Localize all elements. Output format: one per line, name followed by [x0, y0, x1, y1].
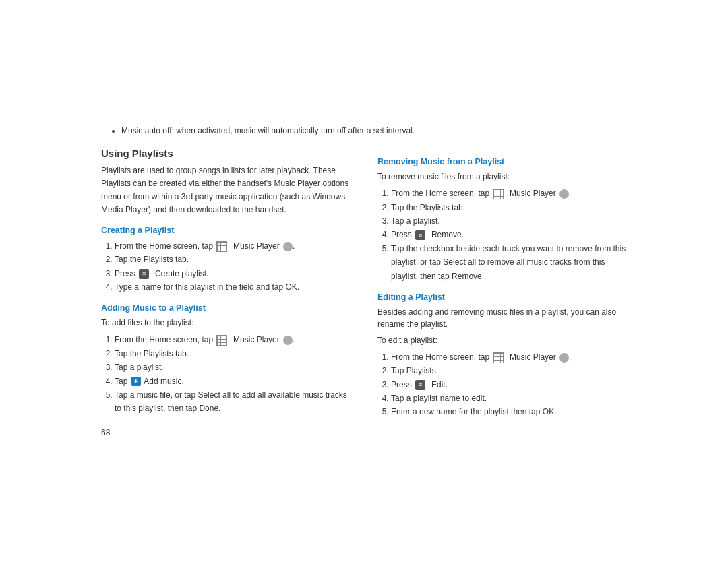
adding-music-title: Adding Music to a Playlist — [101, 303, 351, 313]
menu-button-create: ≡ — [139, 269, 149, 279]
removing-music-steps: From the Home screen, tap Music Player .… — [377, 187, 627, 283]
adding-music-steps: From the Home screen, tap Music Player .… — [101, 333, 351, 415]
creating-playlist-steps: From the Home screen, tap Music Player .… — [101, 239, 351, 294]
editing-playlist-desc2: To edit a playlist: — [377, 334, 627, 346]
plus-icon: + — [131, 377, 141, 386]
using-playlists-title: Using Playlists — [101, 148, 351, 159]
adding-step-2: Tap the Playlists tab. — [115, 347, 351, 361]
removing-step-5: Tap the checkbox beside each track you w… — [391, 242, 627, 283]
editing-step-5: Enter a new name for the playlist then t… — [391, 405, 627, 418]
creating-step-2: Tap the Playlists tab. — [115, 253, 351, 266]
editing-step-3: Press ≡ Edit. — [391, 378, 627, 392]
editing-step-2: Tap Playlists. — [391, 364, 627, 377]
editing-step-4: Tap a playlist name to edit. — [391, 392, 627, 405]
editing-playlist-title: Editing a Playlist — [377, 292, 627, 302]
adding-step-3: Tap a playlist. — [115, 361, 351, 374]
creating-step-3: Press ≡ Create playlist. — [115, 267, 351, 280]
two-column-layout: Using Playlists Playlists are used to gr… — [101, 148, 627, 437]
using-playlists-desc: Playlists are used to group songs in lis… — [101, 164, 351, 216]
adding-step-4: Tap + Add music. — [115, 375, 351, 388]
adding-step-5: Tap a music file, or tap Select all to a… — [115, 388, 351, 416]
creating-playlist-title: Creating a Playlist — [101, 226, 351, 235]
grid-icon-4 — [493, 352, 504, 363]
right-column: Removing Music from a Playlist To remove… — [377, 148, 627, 437]
grid-icon-2 — [216, 335, 227, 346]
circle-icon-2 — [283, 336, 293, 345]
editing-step-1: From the Home screen, tap Music Player . — [391, 350, 627, 364]
removing-step-2: Tap the Playlists tab. — [391, 201, 627, 214]
page-number: 68 — [101, 428, 351, 437]
removing-step-1: From the Home screen, tap Music Player . — [391, 187, 627, 200]
bullet-section: Music auto off: when activated, music wi… — [101, 125, 627, 137]
removing-music-title: Removing Music from a Playlist — [377, 157, 627, 166]
circle-icon-4 — [559, 353, 569, 363]
editing-playlist-desc1: Besides adding and removing music files … — [377, 306, 627, 330]
creating-step-1: From the Home screen, tap Music Player . — [115, 239, 351, 253]
editing-playlist-steps: From the Home screen, tap Music Player .… — [377, 350, 627, 419]
left-column: Using Playlists Playlists are used to gr… — [101, 148, 351, 437]
grid-icon — [216, 241, 227, 252]
menu-button-remove: ≡ — [415, 230, 425, 241]
grid-icon-3 — [493, 189, 504, 199]
removing-step-3: Tap a playlist. — [391, 214, 627, 228]
removing-step-4: Press ≡ Remove. — [391, 228, 627, 241]
adding-music-desc: To add files to the playlist: — [101, 317, 351, 329]
page: Music auto off: when activated, music wi… — [101, 111, 627, 451]
menu-button-edit: ≡ — [415, 380, 425, 390]
circle-icon-3 — [559, 189, 569, 199]
removing-music-desc: To remove music files from a playlist: — [377, 170, 627, 183]
circle-icon — [283, 242, 293, 251]
adding-step-1: From the Home screen, tap Music Player . — [115, 333, 351, 346]
creating-step-4: Type a name for this playlist in the fie… — [115, 280, 351, 294]
bullet-item: Music auto off: when activated, music wi… — [121, 125, 627, 137]
